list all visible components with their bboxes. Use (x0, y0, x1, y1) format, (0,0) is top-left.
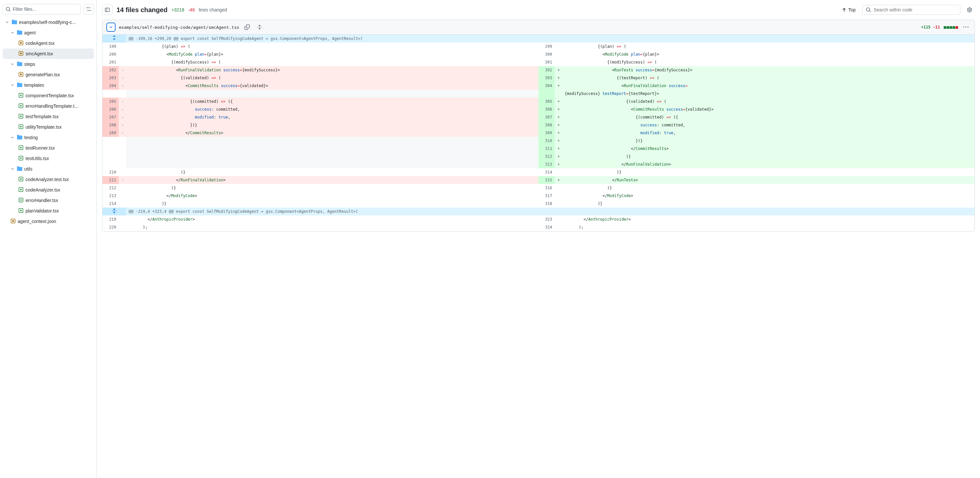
line-number[interactable]: 201 (102, 58, 119, 66)
line-number[interactable]: 316 (538, 184, 555, 192)
line-number[interactable]: 318 (538, 200, 555, 207)
code-line[interactable]: </RunFinalValidation> (126, 176, 538, 184)
line-number[interactable]: 206 (102, 105, 119, 113)
tree-file[interactable]: codeAnalyzer.tsx (3, 185, 94, 195)
code-line[interactable]: {(plan) => ( (126, 43, 538, 50)
line-number[interactable]: 314 (538, 168, 555, 176)
code-line[interactable]: modified: true, (126, 113, 538, 121)
code-line[interactable]: </ModifyCode> (126, 192, 538, 200)
code-line[interactable]: </RunTests> (562, 176, 974, 184)
line-number[interactable]: 211 (102, 176, 119, 184)
line-number[interactable]: 209 (102, 129, 119, 137)
tree-file[interactable]: agent_context.json (3, 216, 94, 226)
code-line[interactable]: )} (126, 168, 538, 176)
tree-file[interactable]: smcAgent.tsx (3, 48, 94, 59)
code-line[interactable]: )} (126, 184, 538, 192)
code-line[interactable]: success: committed, (126, 105, 538, 113)
line-number[interactable]: 308 (538, 121, 555, 129)
scroll-to-top-button[interactable]: Top (839, 6, 858, 14)
code-line[interactable]: )} (562, 153, 974, 161)
code-line[interactable]: ); (562, 223, 974, 231)
line-number[interactable]: 309 (538, 129, 555, 137)
code-line[interactable]: })} (562, 137, 974, 145)
tree-folder[interactable]: agent (3, 27, 94, 38)
tree-settings-button[interactable] (83, 4, 94, 14)
code-line[interactable]: </CommitResults> (126, 129, 538, 137)
code-line[interactable]: {(validated) => ( (562, 97, 974, 105)
tree-file[interactable]: planValidator.tsx (3, 206, 94, 216)
code-line[interactable]: <RunFinalValidation success={modifySucce… (126, 66, 538, 74)
line-number[interactable]: 304 (538, 82, 555, 90)
tree-file[interactable]: componentTemplate.tsx (3, 90, 94, 101)
expand-hunk-button[interactable] (105, 35, 123, 40)
search-code-input[interactable] (873, 7, 957, 13)
tree-folder[interactable]: templates (3, 80, 94, 90)
tree-file[interactable]: testUtils.tsx (3, 153, 94, 164)
code-line[interactable]: <ModifyCode plan={plan}> (126, 50, 538, 58)
tree-file[interactable]: testTemplate.tsx (3, 111, 94, 122)
line-number[interactable]: 324 (538, 223, 555, 231)
diff-settings-button[interactable] (964, 5, 975, 15)
code-line[interactable]: </AnthropicProvider> (126, 215, 538, 223)
toggle-sidebar-button[interactable] (102, 5, 113, 15)
line-number[interactable]: 317 (538, 192, 555, 200)
code-line[interactable]: ); (126, 223, 538, 231)
code-line[interactable]: </AnthropicProvider> (562, 215, 974, 223)
code-line[interactable]: {modifySuccess} testReport={testReport}> (562, 90, 974, 97)
tree-folder[interactable]: utils (3, 164, 94, 174)
code-line[interactable]: {(committed) => ({ (562, 113, 974, 121)
code-line[interactable]: <CommitResults success={validated}> (126, 82, 538, 90)
line-number[interactable]: 204 (102, 82, 119, 90)
code-line[interactable]: <RunTests success={modifySuccess}> (562, 66, 974, 74)
code-line[interactable]: <CommitResults success={validated}> (562, 105, 974, 113)
file-menu-button[interactable] (961, 22, 970, 32)
code-line[interactable]: {(committed) => ({ (126, 97, 538, 105)
code-line[interactable]: )} (562, 184, 974, 192)
line-number[interactable]: 210 (102, 168, 119, 176)
tree-folder[interactable]: steps (3, 59, 94, 69)
line-number[interactable]: 299 (538, 43, 555, 50)
line-number[interactable]: 220 (102, 223, 119, 231)
code-line[interactable]: {(plan) => ( (562, 43, 974, 50)
tree-folder[interactable]: testing (3, 132, 94, 143)
line-number[interactable]: 305 (538, 97, 555, 105)
line-number[interactable]: 208 (102, 121, 119, 129)
tree-file[interactable]: codeAgent.tsx (3, 38, 94, 48)
copy-path-button[interactable] (243, 22, 252, 32)
code-line[interactable]: </CommitResults> (562, 145, 974, 153)
code-line[interactable]: )} (562, 168, 974, 176)
line-number[interactable]: 212 (102, 184, 119, 192)
filter-files-input-wrap[interactable] (3, 4, 81, 14)
code-line[interactable]: </RunFinalValidation> (562, 161, 974, 168)
line-number[interactable]: 307 (538, 113, 555, 121)
code-line[interactable]: modified: true, (562, 129, 974, 137)
code-line[interactable]: )} (126, 200, 538, 207)
code-line[interactable]: success: committed, (562, 121, 974, 129)
code-line[interactable]: {(testReport) => ( (562, 74, 974, 82)
tree-file[interactable]: errorHandler.tsx (3, 195, 94, 206)
line-number[interactable]: 200 (102, 50, 119, 58)
code-line[interactable]: )} (562, 200, 974, 207)
expand-hunk-button[interactable] (105, 208, 123, 214)
line-number[interactable]: 315 (538, 176, 555, 184)
line-number[interactable]: 302 (538, 66, 555, 74)
line-number[interactable]: 310 (538, 137, 555, 145)
code-line[interactable]: </ModifyCode> (562, 192, 974, 200)
line-number[interactable]: 306 (538, 105, 555, 113)
code-line[interactable]: <ModifyCode plan={plan}> (562, 50, 974, 58)
line-number[interactable]: 203 (102, 74, 119, 82)
line-number[interactable]: 303 (538, 74, 555, 82)
line-number[interactable]: 207 (102, 113, 119, 121)
tree-file[interactable]: codeAnalyzer.test.tsx (3, 174, 94, 185)
tree-file[interactable]: utilityTemplate.tsx (3, 122, 94, 132)
code-line[interactable]: {(modifySuccess) => ( (562, 58, 974, 66)
line-number[interactable]: 312 (538, 153, 555, 161)
code-line[interactable]: {(validated) => ( (126, 74, 538, 82)
line-number[interactable] (538, 90, 555, 97)
line-number[interactable]: 311 (538, 145, 555, 153)
line-number[interactable]: 202 (102, 66, 119, 74)
line-number[interactable]: 214 (102, 200, 119, 207)
line-number[interactable]: 213 (102, 192, 119, 200)
code-line[interactable]: })} (126, 121, 538, 129)
code-line[interactable]: {(modifySuccess) => ( (126, 58, 538, 66)
